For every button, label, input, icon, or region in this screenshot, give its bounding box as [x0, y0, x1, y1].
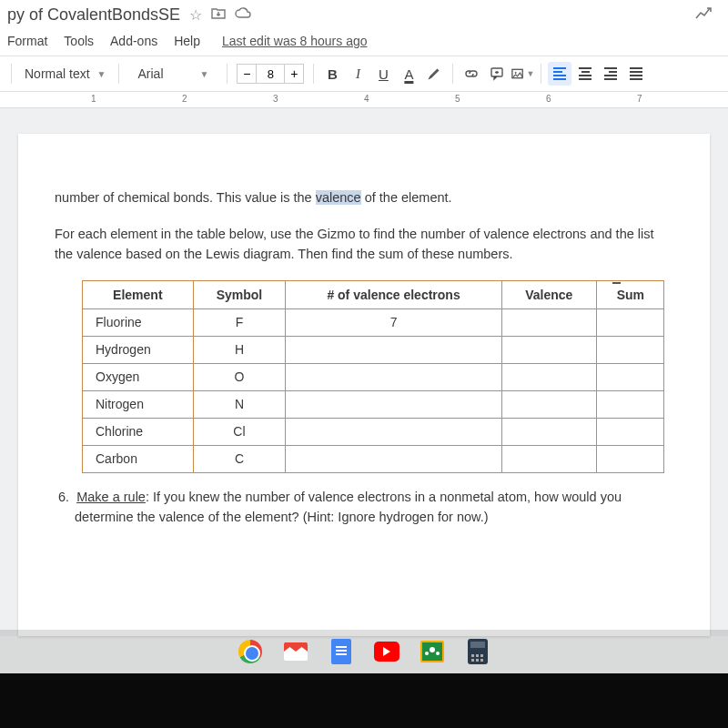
cell-symbol[interactable]: C — [193, 446, 286, 473]
activity-icon[interactable] — [695, 5, 713, 25]
cell-valence-e[interactable]: 7 — [286, 309, 502, 337]
insert-image-button[interactable]: ▼ — [511, 62, 534, 86]
col-symbol[interactable]: Symbol — [193, 281, 286, 309]
cell-sum[interactable] — [596, 309, 663, 337]
ruler-tick: 3 — [273, 94, 278, 104]
chrome-app-icon[interactable] — [238, 639, 263, 664]
col-sum[interactable]: Sum — [596, 281, 663, 309]
align-right-button[interactable] — [599, 62, 622, 86]
toolbar-divider — [118, 64, 119, 84]
font-size-decrease-button[interactable]: − — [237, 64, 257, 84]
cell-symbol[interactable]: Cl — [193, 419, 286, 446]
font-size-input[interactable]: 8 — [257, 64, 284, 84]
italic-button[interactable]: I — [346, 62, 369, 86]
table-row[interactable]: Oxygen O — [83, 364, 664, 391]
os-taskbar[interactable] — [0, 630, 728, 673]
toolbar: Normal text ▼ Arial ▼ − 8 + B I U A ▼ — [0, 56, 728, 92]
toolbar-divider — [11, 64, 12, 84]
col-element[interactable]: Element — [83, 281, 194, 309]
cell-valence-e[interactable] — [286, 446, 502, 473]
screen-bezel — [0, 673, 728, 728]
align-justify-button[interactable] — [624, 62, 648, 86]
document-canvas[interactable]: number of chemical bonds. This value is … — [0, 108, 728, 636]
menu-help[interactable]: Help — [174, 34, 200, 48]
cell-valence[interactable] — [501, 337, 596, 364]
font-family-select[interactable]: Arial ▼ — [125, 63, 221, 85]
cell-element[interactable]: Nitrogen — [83, 391, 194, 419]
table-row[interactable]: Fluorine F 7 — [83, 309, 664, 337]
classroom-app-icon[interactable] — [420, 639, 445, 664]
document-title[interactable]: py of CovalentBondsSE — [7, 5, 180, 25]
table-row[interactable]: Hydrogen H — [83, 337, 664, 364]
cell-symbol[interactable]: N — [193, 391, 286, 419]
gmail-app-icon[interactable] — [283, 639, 308, 664]
question-text: : If you knew the number of valence elec… — [75, 490, 622, 524]
table-header-row: Element Symbol # of valence electrons Va… — [83, 281, 664, 309]
cell-valence-e[interactable] — [286, 391, 502, 419]
body-paragraph[interactable]: For each element in the table below, use… — [55, 225, 673, 265]
menu-format[interactable]: Format — [7, 34, 47, 48]
document-page[interactable]: number of chemical bonds. This value is … — [18, 134, 710, 636]
cell-symbol[interactable]: H — [193, 337, 286, 364]
menu-tools[interactable]: Tools — [64, 34, 94, 48]
cell-valence-e[interactable] — [286, 364, 502, 391]
table-row[interactable]: Nitrogen N — [83, 391, 664, 419]
toolbar-divider — [227, 64, 228, 84]
cell-symbol[interactable]: F — [193, 309, 286, 337]
table-row[interactable]: Chlorine Cl — [83, 419, 664, 446]
menu-addons[interactable]: Add-ons — [110, 34, 157, 48]
align-center-button[interactable] — [573, 62, 597, 86]
chevron-down-icon: ▼ — [200, 69, 209, 79]
cell-element[interactable]: Fluorine — [83, 309, 194, 337]
chevron-down-icon: ▼ — [526, 69, 534, 78]
move-folder-icon[interactable] — [211, 7, 226, 23]
ruler-tick: 4 — [364, 94, 369, 104]
col-valence[interactable]: Valence — [501, 281, 596, 309]
cell-symbol[interactable]: O — [193, 364, 286, 391]
insert-link-button[interactable] — [460, 62, 483, 86]
bold-button[interactable]: B — [320, 62, 344, 86]
cell-valence[interactable] — [501, 419, 596, 446]
cell-valence-e[interactable] — [286, 419, 502, 446]
calculator-app-icon[interactable] — [465, 639, 490, 664]
title-bar: py of CovalentBondsSE ☆ — [0, 0, 728, 30]
cell-element[interactable]: Chlorine — [83, 419, 194, 446]
valence-table[interactable]: Element Symbol # of valence electrons Va… — [82, 280, 664, 473]
ruler-tick: 1 — [91, 94, 96, 104]
body-text: of the element. — [361, 190, 452, 205]
cloud-status-icon[interactable] — [235, 7, 251, 23]
body-paragraph[interactable]: number of chemical bonds. This value is … — [55, 188, 673, 208]
add-comment-button[interactable] — [485, 62, 509, 86]
cell-valence[interactable] — [501, 446, 596, 473]
cell-valence[interactable] — [501, 391, 596, 419]
font-size-increase-button[interactable]: + — [284, 64, 304, 84]
horizontal-ruler[interactable]: 1 2 3 4 5 6 7 — [0, 92, 728, 108]
cell-sum[interactable] — [596, 419, 663, 446]
highlight-button[interactable] — [422, 62, 446, 86]
cell-sum[interactable] — [596, 446, 663, 473]
question-6[interactable]: 6. Make a rule: If you knew the number o… — [58, 488, 673, 528]
cell-sum[interactable] — [596, 391, 663, 419]
last-edit-link[interactable]: Last edit was 8 hours ago — [222, 34, 368, 48]
text-cursor — [616, 285, 617, 299]
paragraph-style-label: Normal text — [25, 66, 90, 81]
docs-app-icon[interactable] — [329, 639, 354, 664]
youtube-app-icon[interactable] — [374, 639, 399, 664]
table-row[interactable]: Carbon C — [83, 446, 664, 473]
cell-valence[interactable] — [501, 364, 596, 391]
underline-button[interactable]: U — [371, 62, 395, 86]
cell-element[interactable]: Oxygen — [83, 364, 194, 391]
text-color-button[interactable]: A — [397, 62, 420, 86]
paragraph-style-select[interactable]: Normal text ▼ — [17, 63, 113, 85]
cell-sum[interactable] — [596, 337, 663, 364]
cell-element[interactable]: Hydrogen — [83, 337, 194, 364]
cell-sum[interactable] — [596, 364, 663, 391]
align-left-button[interactable] — [548, 62, 571, 86]
selected-text: valence — [316, 190, 361, 205]
star-icon[interactable]: ☆ — [189, 6, 202, 24]
cell-element[interactable]: Carbon — [83, 446, 194, 473]
cell-valence-e[interactable] — [286, 337, 502, 364]
cell-valence[interactable] — [501, 309, 596, 337]
question-label: Make a rule — [76, 490, 146, 504]
col-valence-electrons[interactable]: # of valence electrons — [286, 281, 502, 309]
